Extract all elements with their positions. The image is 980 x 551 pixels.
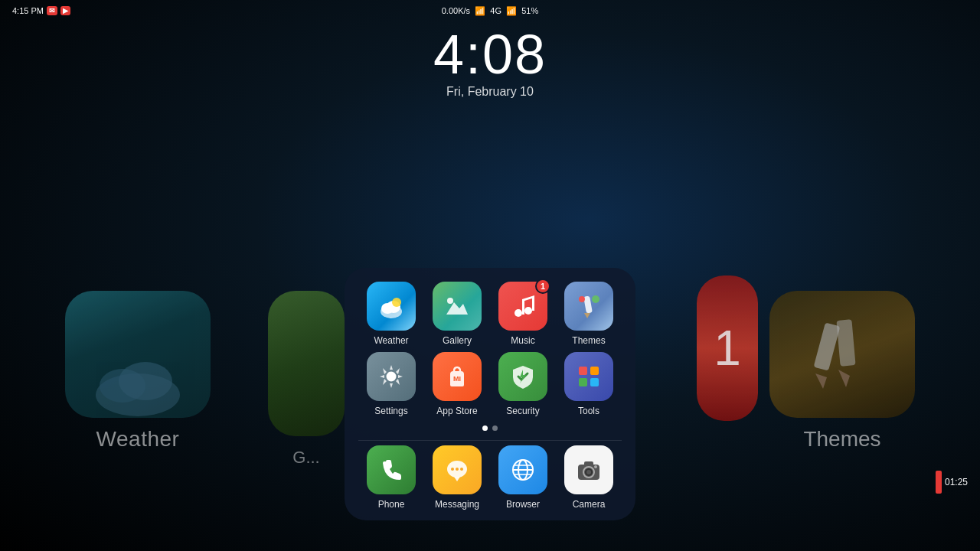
app-label-music: Music: [511, 335, 534, 346]
svg-rect-41: [584, 461, 593, 466]
app-label-gallery: Gallery: [443, 335, 472, 346]
dock-item-messaging[interactable]: Messaging: [424, 445, 490, 510]
app-icon-settings: [367, 352, 416, 401]
app-icon-music: 1: [498, 282, 547, 331]
right-peek-app: Themes: [766, 291, 919, 452]
svg-point-2: [119, 362, 172, 400]
gallery-peek-label: G...: [268, 448, 345, 468]
calendar-peek: 1: [697, 276, 758, 421]
svg-rect-4: [836, 319, 855, 367]
svg-point-10: [392, 298, 401, 307]
svg-marker-6: [838, 370, 850, 387]
dot-0: [482, 425, 488, 431]
clock-area: 4:08 Fri, February 10: [433, 27, 547, 99]
dot-1: [492, 425, 498, 431]
calendar-number: 1: [714, 320, 741, 377]
right-peek-icon: [769, 291, 915, 418]
app-item-security[interactable]: Security: [490, 352, 556, 416]
dock: Phone Messaging: [358, 440, 622, 510]
app-label-tools: Tools: [578, 406, 599, 416]
left-peek-app: Weather: [61, 291, 214, 452]
svg-point-34: [460, 468, 463, 471]
svg-point-44: [586, 470, 591, 474]
right-peek-label: Themes: [803, 427, 880, 452]
dock-item-browser[interactable]: Browser: [490, 445, 556, 510]
svg-text:MI: MI: [453, 375, 461, 383]
svg-rect-16: [532, 298, 534, 311]
dock-item-camera[interactable]: Camera: [556, 445, 622, 510]
svg-point-13: [514, 309, 522, 317]
svg-point-14: [524, 307, 532, 315]
app-icon-themes: [564, 282, 613, 331]
dock-label-messaging: Messaging: [435, 499, 479, 510]
svg-rect-29: [590, 378, 599, 386]
app-item-gallery[interactable]: Gallery: [424, 282, 490, 346]
app-item-appstore[interactable]: MI App Store: [424, 352, 490, 416]
battery-text: 51%: [521, 6, 538, 15]
app-item-themes[interactable]: Themes: [556, 282, 622, 346]
app-icon-appstore: MI: [433, 352, 482, 401]
svg-point-45: [594, 465, 597, 468]
app-drawer: Weather Gallery 1: [345, 268, 635, 520]
svg-rect-27: [590, 367, 599, 375]
music-badge: 1: [535, 279, 550, 294]
svg-point-12: [447, 298, 453, 304]
svg-point-20: [592, 295, 599, 303]
app-item-music[interactable]: 1 Music: [490, 282, 556, 346]
app-icon-messaging: [433, 445, 482, 494]
app-icon-tools: [564, 352, 613, 401]
dock-label-camera: Camera: [573, 499, 606, 510]
app-icon-camera: [564, 445, 613, 494]
svg-point-24: [389, 374, 394, 379]
left-peek-icon: [65, 291, 211, 418]
app-icon-security: [498, 352, 547, 401]
svg-rect-28: [579, 378, 587, 386]
app-item-weather[interactable]: Weather: [358, 282, 424, 346]
gallery-peek-icon: [268, 291, 345, 436]
timer-bar: [936, 471, 942, 494]
svg-marker-11: [446, 302, 468, 315]
app-icon-weather: [367, 282, 416, 331]
notif-icon-2: ▶: [60, 6, 70, 15]
dock-label-phone: Phone: [378, 499, 405, 510]
svg-rect-15: [522, 299, 524, 315]
svg-rect-3: [814, 322, 841, 370]
app-label-appstore: App Store: [436, 406, 477, 416]
network-type: 4G: [490, 6, 501, 15]
svg-marker-31: [454, 477, 460, 481]
svg-point-32: [451, 468, 454, 471]
app-grid-row1: Weather Gallery 1: [358, 282, 622, 416]
timer-badge: 01:25: [936, 471, 968, 494]
app-item-settings[interactable]: Settings: [358, 352, 424, 416]
status-time: 4:15 PM: [12, 6, 44, 15]
svg-rect-26: [579, 367, 587, 375]
network-speed: 0.00K/s: [442, 6, 470, 15]
dock-item-phone[interactable]: Phone: [358, 445, 424, 510]
app-label-settings: Settings: [374, 406, 407, 416]
app-label-security: Security: [506, 406, 539, 416]
status-center: 0.00K/s 📶 4G 📶 51%: [442, 6, 539, 16]
page-dots: [358, 425, 622, 431]
svg-rect-18: [583, 295, 593, 313]
svg-marker-19: [584, 313, 590, 318]
app-label-weather: Weather: [374, 335, 408, 346]
app-icon-phone: [367, 445, 416, 494]
svg-marker-5: [815, 373, 827, 389]
app-label-themes: Themes: [572, 335, 605, 346]
status-bar: 4:15 PM ✉ ▶ 0.00K/s 📶 4G 📶 51%: [0, 0, 980, 21]
app-icon-gallery: [433, 282, 482, 331]
app-icon-browser: [498, 445, 547, 494]
svg-point-21: [579, 296, 585, 302]
svg-point-33: [456, 468, 459, 471]
dock-label-browser: Browser: [506, 499, 540, 510]
clock-date: Fri, February 10: [433, 85, 547, 99]
clock-time: 4:08: [433, 27, 547, 82]
left-peek-label: Weather: [96, 427, 180, 452]
notif-icon-1: ✉: [47, 6, 57, 15]
status-left: 4:15 PM ✉ ▶: [12, 6, 70, 15]
app-item-tools[interactable]: Tools: [556, 352, 622, 416]
timer-text: 01:25: [945, 477, 968, 487]
